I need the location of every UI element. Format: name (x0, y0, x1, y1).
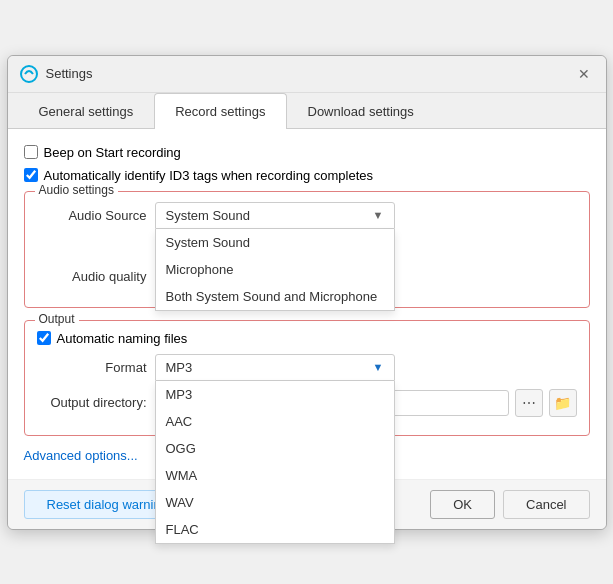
format-dropdown[interactable]: MP3 ▼ (155, 354, 395, 381)
audio-source-arrow: ▼ (373, 209, 384, 221)
format-arrow: ▼ (373, 361, 384, 373)
directory-label: Output directory: (37, 395, 147, 410)
format-ogg[interactable]: OGG (156, 435, 394, 462)
tab-download[interactable]: Download settings (287, 93, 435, 129)
output-section: Output Automatic naming files Format MP3… (24, 320, 590, 436)
id3-row: Automatically identify ID3 tags when rec… (24, 168, 590, 183)
beep-row: Beep on Start recording (24, 145, 590, 160)
audio-source-row: Audio Source System Sound ▼ System Sound… (37, 202, 577, 229)
title-bar-left: Settings (20, 65, 93, 83)
ok-button[interactable]: OK (430, 490, 495, 519)
window-title: Settings (46, 66, 93, 81)
settings-window: Settings ✕ General settings Record setti… (7, 55, 607, 530)
format-dropdown-wrapper: MP3 ▼ MP3 AAC OGG WMA WAV FLAC (155, 354, 395, 381)
format-aac[interactable]: AAC (156, 408, 394, 435)
audio-source-list: System Sound Microphone Both System Soun… (155, 229, 395, 311)
audio-source-dropdown-wrapper: System Sound ▼ System Sound Microphone B… (155, 202, 395, 229)
tab-record[interactable]: Record settings (154, 93, 286, 129)
audio-source-value: System Sound (166, 208, 251, 223)
cancel-button[interactable]: Cancel (503, 490, 589, 519)
app-icon (20, 65, 38, 83)
title-bar: Settings ✕ (8, 56, 606, 93)
footer-right: OK Cancel (430, 490, 589, 519)
more-options-button[interactable]: ⋯ (515, 389, 543, 417)
format-wav[interactable]: WAV (156, 489, 394, 516)
beep-checkbox[interactable] (24, 145, 38, 159)
tab-bar: General settings Record settings Downloa… (8, 93, 606, 129)
audio-option-system[interactable]: System Sound (156, 229, 394, 256)
format-value: MP3 (166, 360, 193, 375)
close-button[interactable]: ✕ (574, 64, 594, 84)
format-mp3[interactable]: MP3 (156, 381, 394, 408)
auto-naming-checkbox[interactable] (37, 331, 51, 345)
beep-label: Beep on Start recording (44, 145, 181, 160)
audio-option-both[interactable]: Both System Sound and Microphone (156, 283, 394, 310)
audio-source-dropdown[interactable]: System Sound ▼ (155, 202, 395, 229)
audio-quality-label: Audio quality (37, 269, 147, 284)
auto-naming-label: Automatic naming files (57, 331, 188, 346)
audio-settings-section: Audio settings Audio Source System Sound… (24, 191, 590, 308)
auto-naming-row: Automatic naming files (37, 331, 577, 346)
id3-label: Automatically identify ID3 tags when rec… (44, 168, 374, 183)
id3-checkbox[interactable] (24, 168, 38, 182)
tab-general[interactable]: General settings (18, 93, 155, 129)
audio-source-label: Audio Source (37, 208, 147, 223)
format-label: Format (37, 360, 147, 375)
audio-option-mic[interactable]: Microphone (156, 256, 394, 283)
svg-point-0 (21, 66, 37, 82)
format-row: Format MP3 ▼ MP3 AAC OGG WMA WAV FLAC (37, 354, 577, 381)
format-wma[interactable]: WMA (156, 462, 394, 489)
folder-browse-button[interactable]: 📁 (549, 389, 577, 417)
output-section-label: Output (35, 312, 79, 326)
settings-content: Beep on Start recording Automatically id… (8, 129, 606, 479)
format-flac[interactable]: FLAC (156, 516, 394, 543)
format-list: MP3 AAC OGG WMA WAV FLAC (155, 381, 395, 544)
audio-section-label: Audio settings (35, 183, 118, 197)
